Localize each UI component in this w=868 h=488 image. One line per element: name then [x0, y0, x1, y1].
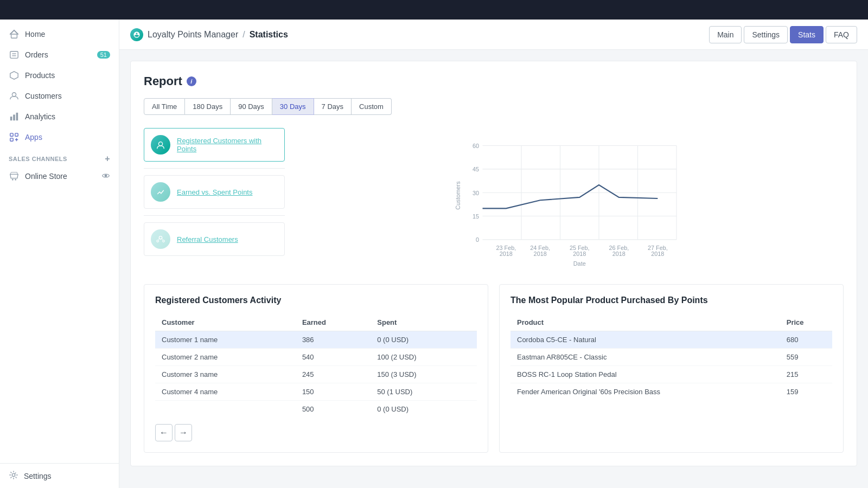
breadcrumb: Loyalty Points Manager / Statistics — [130, 28, 288, 41]
popular-products-table: Product Price Cordoba C5-CE - Natural 68… — [510, 314, 832, 400]
svg-point-15 — [12, 473, 15, 476]
filter-7-days[interactable]: 7 Days — [314, 98, 352, 115]
earned-spent-icon — [151, 182, 170, 202]
svg-point-12 — [12, 179, 14, 181]
legend-referral[interactable]: Referral Customers — [144, 222, 285, 256]
sidebar-item-apps[interactable]: Apps — [0, 127, 119, 147]
tables-row: Registered Customers Activity Customer E… — [144, 284, 844, 453]
col-price: Price — [780, 314, 832, 331]
svg-text:45: 45 — [473, 166, 479, 172]
sidebar-settings-label: Settings — [24, 472, 52, 480]
svg-rect-9 — [10, 133, 13, 136]
orders-badge: 51 — [97, 51, 110, 59]
svg-point-16 — [158, 142, 162, 146]
svg-rect-0 — [11, 34, 17, 38]
time-filters: All Time 180 Days 90 Days 30 Days 7 Days… — [144, 98, 844, 115]
filter-custom[interactable]: Custom — [352, 98, 392, 115]
table-row: Customer 1 name 386 0 (0 USD) — [155, 331, 477, 349]
svg-rect-11 — [10, 138, 13, 141]
cell-earned: 245 — [296, 366, 371, 383]
app-icon — [130, 28, 143, 41]
orders-icon — [9, 49, 20, 60]
top-bar — [0, 0, 868, 20]
filter-90-days[interactable]: 90 Days — [231, 98, 272, 115]
home-icon — [9, 29, 20, 40]
svg-point-14 — [105, 174, 107, 177]
cell-spent: 50 (1 USD) — [371, 383, 477, 401]
legend-registered-customers[interactable]: Registered Customers with Points — [144, 128, 285, 162]
cell-product: Cordoba C5-CE - Natural — [510, 331, 780, 349]
tab-faq[interactable]: FAQ — [826, 26, 857, 43]
sidebar-item-customers-label: Customers — [25, 92, 62, 100]
sales-channels-section: SALES CHANNELS + — [0, 147, 119, 166]
svg-text:2018: 2018 — [612, 251, 626, 257]
svg-marker-4 — [10, 72, 18, 79]
cell-price: 559 — [780, 349, 832, 366]
legend-divider-1 — [144, 168, 285, 169]
sidebar-item-home-label: Home — [25, 30, 45, 38]
report-title-text: Report — [144, 74, 182, 88]
svg-text:Customers: Customers — [455, 181, 461, 210]
main-header: Loyalty Points Manager / Statistics Main… — [119, 20, 868, 50]
next-page-button[interactable]: → — [175, 424, 192, 441]
prev-page-button[interactable]: ← — [155, 424, 173, 441]
registered-customers-label: Registered Customers with Points — [177, 137, 278, 153]
tab-settings[interactable]: Settings — [744, 26, 788, 43]
popular-products-card: The Most Popular Product Purchased By Po… — [499, 284, 844, 453]
table-row: Eastman AR805CE - Classic 559 — [510, 349, 832, 366]
popular-products-title: The Most Popular Product Purchased By Po… — [510, 296, 832, 305]
sidebar-item-customers[interactable]: Customers — [0, 86, 119, 106]
tab-stats[interactable]: Stats — [790, 26, 824, 43]
sidebar-item-products[interactable]: Products — [0, 65, 119, 86]
registered-activity-card: Registered Customers Activity Customer E… — [144, 284, 488, 453]
col-product: Product — [510, 314, 780, 331]
sidebar-item-products-label: Products — [25, 71, 55, 80]
svg-point-5 — [12, 93, 16, 97]
chart-container: 0 15 30 45 60 23 Feb, 2018 24 Feb, 2018 … — [298, 128, 844, 271]
chart-section: Registered Customers with Points Earned … — [144, 128, 844, 271]
breadcrumb-separator: / — [242, 30, 245, 40]
earned-spent-label: Earned vs. Spent Points — [177, 188, 252, 196]
add-sales-channel-icon[interactable]: + — [105, 154, 110, 164]
cell-spent: 100 (2 USD) — [371, 349, 477, 366]
filter-180-days[interactable]: 180 Days — [185, 98, 231, 115]
cell-product: Eastman AR805CE - Classic — [510, 349, 780, 366]
cell-earned: 540 — [296, 349, 371, 366]
sidebar-item-analytics[interactable]: Analytics — [0, 106, 119, 127]
legend-divider-2 — [144, 215, 285, 216]
cell-customer: Customer 1 name — [155, 331, 296, 349]
svg-text:15: 15 — [473, 213, 479, 220]
svg-rect-6 — [10, 117, 12, 120]
filter-all-time[interactable]: All Time — [144, 98, 185, 115]
cell-product: BOSS RC-1 Loop Station Pedal — [510, 366, 780, 383]
analytics-icon — [9, 111, 20, 122]
online-store-visibility-icon[interactable] — [101, 171, 110, 182]
header-tabs: Main Settings Stats FAQ — [709, 26, 857, 43]
report-info-icon[interactable]: i — [187, 76, 196, 86]
sidebar-item-online-store[interactable]: Online Store — [0, 166, 119, 187]
svg-text:2018: 2018 — [651, 251, 664, 257]
table-row: Customer 4 name 150 50 (1 USD) — [155, 383, 477, 401]
table-row: Cordoba C5-CE - Natural 680 — [510, 331, 832, 349]
svg-text:2018: 2018 — [573, 251, 586, 257]
customers-icon — [9, 91, 20, 101]
report-title-row: Report i — [144, 74, 844, 88]
svg-text:Date: Date — [573, 260, 586, 267]
cell-earned: 386 — [296, 331, 371, 349]
cell-price: 159 — [780, 383, 832, 401]
cell-product: Fender American Original '60s Precision … — [510, 383, 780, 401]
col-spent: Spent — [371, 314, 477, 331]
legend-earned-spent[interactable]: Earned vs. Spent Points — [144, 175, 285, 209]
svg-text:2018: 2018 — [534, 251, 547, 257]
tab-main[interactable]: Main — [709, 26, 742, 43]
registered-activity-table: Customer Earned Spent Customer 1 name 38… — [155, 314, 477, 418]
cell-spent: 150 (3 USD) — [371, 366, 477, 383]
sidebar-settings[interactable]: Settings — [0, 463, 119, 488]
svg-rect-7 — [13, 114, 15, 120]
main-content: Report i All Time 180 Days 90 Days 30 Da… — [119, 50, 868, 488]
sidebar-item-home[interactable]: Home — [0, 24, 119, 44]
filter-30-days[interactable]: 30 Days — [272, 98, 314, 115]
breadcrumb-page-title: Statistics — [250, 30, 288, 40]
cell-price: 680 — [780, 331, 832, 349]
sidebar-item-orders[interactable]: Orders 51 — [0, 44, 119, 65]
